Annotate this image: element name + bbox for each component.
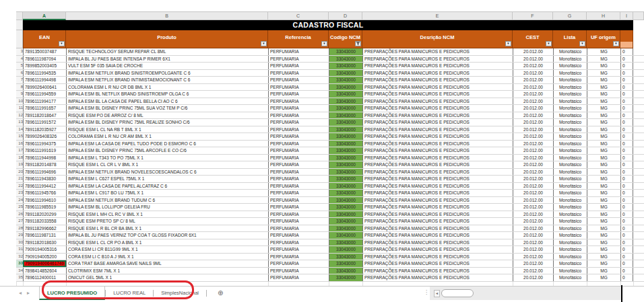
cell-referencia[interactable]: PERFUMARIA xyxy=(268,176,329,182)
filter-dropdown-icon[interactable]: ▾ xyxy=(59,41,65,46)
cell-uf[interactable]: MG xyxy=(587,274,620,281)
cell-lista[interactable]: Monofásico xyxy=(553,190,587,196)
column-header-e[interactable]: E xyxy=(362,11,513,20)
row-number[interactable]: 18 xyxy=(16,155,23,161)
filter-dropdown-icon[interactable]: ▾ xyxy=(321,41,327,46)
row-number[interactable]: 7 xyxy=(16,77,23,83)
cell-cest[interactable]: 20.012.00 xyxy=(513,190,553,196)
row-number[interactable]: 35 xyxy=(16,274,23,281)
cell-ean[interactable]: 7896111944998 xyxy=(23,155,66,161)
cell-ean[interactable]: 7896111994696 xyxy=(23,169,66,176)
cell-produto[interactable]: RISQUE ESM L CL CR L V 8ML X 1 xyxy=(66,161,268,168)
cell-produto[interactable]: IMPALA ESM NETFLIX BRAND INTIMISTAEMOCIO… xyxy=(66,77,268,83)
cell-outside[interactable] xyxy=(633,133,644,140)
cell-cest[interactable]: 20.012.00 xyxy=(513,91,553,98)
cell-outside[interactable] xyxy=(633,155,644,161)
cell-outside[interactable] xyxy=(633,239,644,246)
cell-produto[interactable]: IMPALA ESM BL DISNEY PRINC 75ML SUA VOZ … xyxy=(66,105,268,112)
cell-ncm[interactable]: 33043000 xyxy=(329,232,362,239)
cell-cest[interactable]: 20.012.00 xyxy=(513,56,553,63)
cell-extra[interactable]: 0 xyxy=(620,204,633,211)
cell-cest[interactable]: 20.012.00 xyxy=(513,169,553,176)
cell-extra[interactable]: 0 xyxy=(620,190,633,196)
cell-descricao[interactable]: PREPARAÇÕES PARA MANICUROS E PEDICUROS xyxy=(362,70,513,77)
cell-outside[interactable] xyxy=(633,77,644,83)
cell-ncm[interactable]: 33043000 xyxy=(329,48,362,55)
cell-ncm[interactable]: 33043000 xyxy=(329,274,362,281)
cell-ean[interactable]: 7896111994375 xyxy=(23,141,66,147)
cell-referencia[interactable]: PERFUMARIA xyxy=(268,119,329,126)
cell-descricao[interactable]: PREPARAÇÕES PARA MANICUROS E PEDICUROS xyxy=(362,204,513,211)
filter-dropdown-icon[interactable]: ▾ xyxy=(579,41,585,46)
cell-produto[interactable]: IMPALA ESM LA CASA DE PAPEL ALCATRAZ C 6 xyxy=(66,183,268,190)
cell-ncm[interactable]: 33043000 xyxy=(329,161,362,168)
cell-outside[interactable] xyxy=(633,98,644,105)
cell-cest[interactable]: 20.012.00 xyxy=(513,161,553,168)
column-header-b[interactable]: B xyxy=(66,11,268,20)
cell-descricao[interactable]: PREPARAÇÕES PARA MANICUROS E PEDICUROS xyxy=(362,239,513,246)
cell-extra[interactable]: 0 xyxy=(620,183,633,190)
cell-lista[interactable]: Monofásico xyxy=(553,211,587,218)
cell-produto[interactable]: IMPALA ESM BL NETFLIX BRAND SINISTROEMP … xyxy=(66,91,268,98)
cell-cest[interactable]: 20.012.00 xyxy=(513,77,553,83)
row-number[interactable]: 10 xyxy=(16,98,23,105)
cell-lista[interactable]: Monofásico xyxy=(553,169,587,176)
cell-produto[interactable]: IMPALA ESM BL DISNEY PRINC 75ML ARCOFLE … xyxy=(66,147,268,154)
cell-descricao[interactable]: PREPARAÇÕES PARA MANICUROS E PEDICUROS xyxy=(362,211,513,218)
cell-ean[interactable]: 7891350037487 xyxy=(23,48,66,55)
cell-cest[interactable]: 20.012.00 xyxy=(513,218,553,225)
cell-uf[interactable]: MG xyxy=(587,56,620,63)
cell-ean[interactable]: 7891182033558 xyxy=(23,218,66,225)
cell-outside[interactable] xyxy=(633,176,644,182)
cell-ean[interactable]: 7896111994412 xyxy=(23,183,66,190)
cell-lista[interactable]: Monofásico xyxy=(553,119,587,126)
cell-extra[interactable]: 0 xyxy=(620,268,633,274)
cell-extra[interactable]: 0 xyxy=(620,77,633,83)
header-ean[interactable]: EAN ▾ xyxy=(23,30,66,48)
filter-dropdown-icon[interactable]: ▾ xyxy=(613,41,619,46)
cell-ncm[interactable]: 33043000 xyxy=(329,84,362,91)
cell-ean[interactable]: 7891182018647 xyxy=(23,112,66,119)
row-number[interactable]: 34 xyxy=(16,268,23,274)
cell-produto[interactable]: IMPALA ESM L T343 TO PO 75ML X 1 xyxy=(66,155,268,161)
header-referencia[interactable]: Referencia ▾ xyxy=(268,30,329,48)
cell-produto[interactable]: RISQUE ESM L CL NA RB T 8ML X 1 xyxy=(66,126,268,133)
cell-cest[interactable]: 20.012.00 xyxy=(513,176,553,182)
header-cest[interactable]: CEST ▾ xyxy=(513,30,553,48)
cell-ncm[interactable]: 33043000 xyxy=(329,91,362,98)
cell-extra[interactable]: 0 xyxy=(620,169,633,176)
cell-uf[interactable]: MG xyxy=(587,239,620,246)
row-number[interactable]: 24 xyxy=(16,197,23,204)
header-uf-origem[interactable]: UF origem ▾ xyxy=(587,30,620,48)
cell-produto[interactable]: CORA TRAT BASE AMARGA SAVE NAILS 9ML xyxy=(66,260,268,267)
cell-extra[interactable]: 0 xyxy=(620,254,633,260)
cell-extra[interactable]: 0 xyxy=(620,239,633,246)
cell-uf[interactable]: MG xyxy=(587,105,620,112)
cell-descricao[interactable]: PREPARAÇÕES PARA MANICUROS E PEDICUROS xyxy=(362,254,513,260)
cell-ean[interactable]: 7891182018630 xyxy=(23,239,66,246)
cell-uf[interactable]: MG xyxy=(587,225,620,232)
cell-uf[interactable]: MG xyxy=(587,48,620,55)
cell-outside[interactable] xyxy=(633,246,644,253)
cell-cest[interactable]: 20.012.00 xyxy=(513,197,553,204)
cell-lista[interactable]: Monofásico xyxy=(553,197,587,204)
cell-outside[interactable] xyxy=(633,141,644,147)
cell-produto[interactable]: COLORAMA ESM L R NU CR DB 8ML X 1 xyxy=(66,84,268,91)
cell-cest[interactable]: 20.012.00 xyxy=(513,239,553,246)
cell-produto[interactable]: IMPALA ESM BL DISNEY PRINC 75ML REALIZE … xyxy=(66,119,268,126)
cell-cest[interactable]: 20.012.00 xyxy=(513,268,553,274)
cell-cest[interactable]: 20.012.00 xyxy=(513,98,553,105)
cell-uf[interactable]: MG xyxy=(587,141,620,147)
cell-lista[interactable]: Monofásico xyxy=(553,91,587,98)
cell-descricao[interactable]: PREPARAÇÕES PARA MANICUROS E PEDICUROS xyxy=(362,161,513,168)
cell-outside[interactable] xyxy=(633,268,644,274)
cell-produto[interactable]: RISQUE ESM PO DE ARROZ C/ 8 ML xyxy=(66,112,268,119)
header-descricao-ncm[interactable]: Desrição NCM ▾ xyxy=(362,30,513,48)
cell-descricao[interactable]: PREPARAÇÕES PARA MANICUROS E PEDICUROS xyxy=(362,155,513,161)
cell-produto[interactable]: CLOTRIMIX ESM 7ML X 1 xyxy=(66,268,268,274)
cell-ean[interactable]: 7896111943830 xyxy=(23,176,66,182)
cell-outside[interactable] xyxy=(633,260,644,267)
cell-descricao[interactable]: PREPARAÇÕES PARA MANICUROS E PEDICUROS xyxy=(362,147,513,154)
cell-extra[interactable]: 0 xyxy=(620,225,633,232)
cell-ncm[interactable]: 33043000 xyxy=(329,239,362,246)
